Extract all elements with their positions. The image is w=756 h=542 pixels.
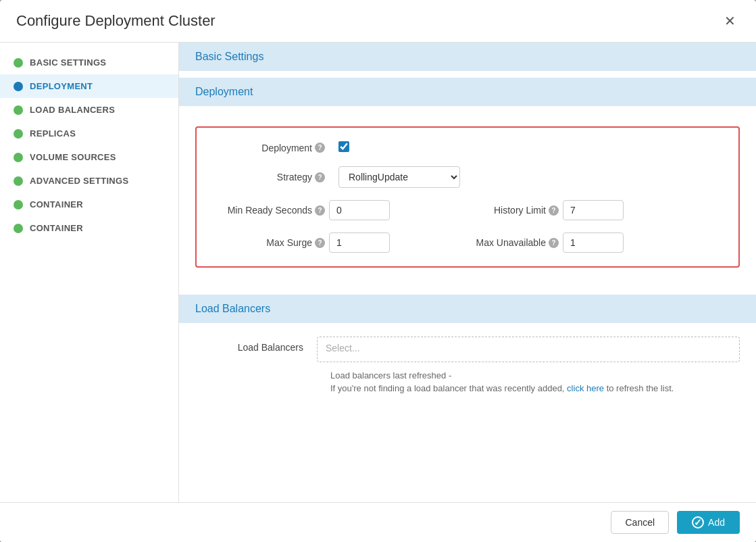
lb-row: Load Balancers Select...	[195, 337, 740, 362]
deployment-section-body: Deployment ? Strategy ?	[179, 106, 756, 295]
modal-header: Configure Deployment Cluster ✕	[0, 0, 756, 43]
history-limit-help-icon[interactable]: ?	[549, 205, 559, 216]
deployment-checkbox-row: Deployment ?	[217, 141, 718, 154]
deployment-help-icon[interactable]: ?	[315, 143, 325, 153]
lb-hint2-suffix: to refresh the list.	[607, 383, 674, 393]
sidebar-dot-basic-settings	[14, 58, 23, 68]
sidebar-label-advanced-settings: ADVANCED SETTINGS	[30, 176, 128, 186]
max-unavailable-pair: Max Unavailable ? 1	[451, 232, 624, 253]
min-ready-label-text: Min Ready Seconds	[228, 205, 312, 216]
modal-container: Configure Deployment Cluster ✕ BASIC SET…	[0, 0, 756, 542]
sidebar-dot-container-2	[14, 224, 23, 233]
lb-last-refreshed: Load balancers last refreshed -	[317, 370, 740, 380]
load-balancers-section-header: Load Balancers	[179, 295, 756, 323]
deployment-section-header: Deployment	[179, 78, 756, 106]
sidebar-label-basic-settings: BASIC SETTINGS	[30, 57, 106, 68]
cancel-button[interactable]: Cancel	[611, 511, 669, 534]
strategy-field-value: RollingUpdate Recreate	[338, 166, 460, 188]
max-surge-pair: Max Surge ? 1	[217, 232, 390, 253]
min-ready-input[interactable]: 0	[329, 200, 390, 220]
sidebar-item-deployment[interactable]: DEPLOYMENT	[0, 74, 178, 98]
lb-refresh-link[interactable]: click here	[567, 383, 604, 393]
deployment-form-box: Deployment ? Strategy ?	[195, 126, 740, 268]
history-limit-label-text: History Limit	[494, 205, 546, 216]
strategy-label-text: Strategy	[277, 172, 312, 182]
strategy-help-icon[interactable]: ?	[315, 172, 325, 182]
max-surge-input[interactable]: 1	[329, 232, 390, 253]
modal-body: BASIC SETTINGS DEPLOYMENT LOAD BALANCERS…	[0, 43, 756, 502]
strategy-select[interactable]: RollingUpdate Recreate	[338, 166, 460, 188]
sidebar-dot-advanced-settings	[14, 176, 23, 186]
sidebar-label-load-balancers: LOAD BALANCERS	[30, 105, 115, 115]
max-unavailable-input[interactable]: 1	[563, 232, 624, 253]
sidebar-item-volume-sources[interactable]: VOLUME SOURCES	[0, 145, 178, 169]
sidebar-item-load-balancers[interactable]: LOAD BALANCERS	[0, 98, 178, 122]
deployment-title: Deployment	[195, 86, 253, 97]
deployment-checkbox-value	[338, 141, 349, 154]
modal-footer: Cancel ✓ Add	[0, 502, 756, 542]
max-surge-unavailable-row: Max Surge ? 1 Max Unavailable ? 1	[217, 232, 718, 253]
basic-settings-title: Basic Settings	[195, 51, 263, 62]
sidebar-item-advanced-settings[interactable]: ADVANCED SETTINGS	[0, 169, 178, 193]
history-limit-pair: History Limit ? 7	[451, 200, 624, 220]
lb-select-field[interactable]: Select...	[317, 337, 740, 362]
sidebar-item-replicas[interactable]: REPLICAS	[0, 122, 178, 145]
sidebar-label-container-1: CONTAINER	[30, 199, 83, 210]
lb-refresh-hint: If you're not finding a load balancer th…	[317, 383, 740, 393]
history-limit-input[interactable]: 7	[563, 200, 624, 220]
sidebar-label-container-2: CONTAINER	[30, 223, 83, 233]
max-unavailable-label: Max Unavailable ?	[451, 237, 559, 248]
lb-select-placeholder: Select...	[326, 343, 360, 353]
main-content: Basic Settings Deployment Deployment ?	[179, 43, 756, 502]
add-button[interactable]: ✓ Add	[677, 511, 740, 534]
min-ready-history-row: Min Ready Seconds ? 0 History Limit ?	[217, 200, 718, 220]
lb-label: Load Balancers	[195, 337, 303, 353]
sidebar-item-basic-settings[interactable]: BASIC SETTINGS	[0, 51, 178, 74]
min-ready-help-icon[interactable]: ?	[315, 205, 325, 216]
sidebar-dot-container-1	[14, 200, 23, 210]
strategy-row: Strategy ? RollingUpdate Recreate	[217, 166, 718, 188]
max-surge-help-icon[interactable]: ?	[315, 238, 325, 248]
close-button[interactable]: ✕	[720, 13, 740, 29]
sidebar-label-volume-sources: VOLUME SOURCES	[30, 152, 116, 162]
add-button-icon: ✓	[692, 516, 704, 528]
add-button-label: Add	[708, 517, 725, 528]
modal-title: Configure Deployment Cluster	[16, 12, 216, 30]
min-ready-pair: Min Ready Seconds ? 0	[217, 200, 390, 220]
sidebar-dot-replicas	[14, 129, 23, 139]
sidebar-item-container-2[interactable]: CONTAINER	[0, 216, 178, 240]
sidebar-item-container-1[interactable]: CONTAINER	[0, 193, 178, 216]
deployment-label-text: Deployment	[261, 143, 312, 153]
load-balancers-body: Load Balancers Select... Load balancers …	[179, 323, 756, 407]
sidebar-label-replicas: REPLICAS	[30, 128, 76, 139]
deployment-checkbox[interactable]	[338, 141, 349, 152]
max-surge-label-text: Max Surge	[266, 237, 312, 248]
history-limit-label: History Limit ?	[451, 205, 559, 216]
modal-overlay: Configure Deployment Cluster ✕ BASIC SET…	[0, 0, 756, 542]
min-ready-label: Min Ready Seconds ?	[217, 205, 325, 216]
max-unavailable-label-text: Max Unavailable	[476, 237, 547, 248]
max-unavailable-help-icon[interactable]: ?	[549, 238, 559, 248]
sidebar: BASIC SETTINGS DEPLOYMENT LOAD BALANCERS…	[0, 43, 179, 502]
load-balancers-title: Load Balancers	[195, 303, 270, 314]
deployment-field-label: Deployment ?	[217, 143, 325, 153]
sidebar-dot-load-balancers	[14, 105, 23, 115]
basic-settings-header: Basic Settings	[179, 43, 756, 71]
lb-hint2-prefix: If you're not finding a load balancer th…	[330, 383, 564, 393]
sidebar-dot-volume-sources	[14, 153, 23, 162]
max-surge-label: Max Surge ?	[217, 237, 325, 248]
sidebar-label-deployment: DEPLOYMENT	[30, 81, 93, 91]
sidebar-dot-deployment	[14, 82, 23, 91]
strategy-label: Strategy ?	[217, 172, 325, 182]
